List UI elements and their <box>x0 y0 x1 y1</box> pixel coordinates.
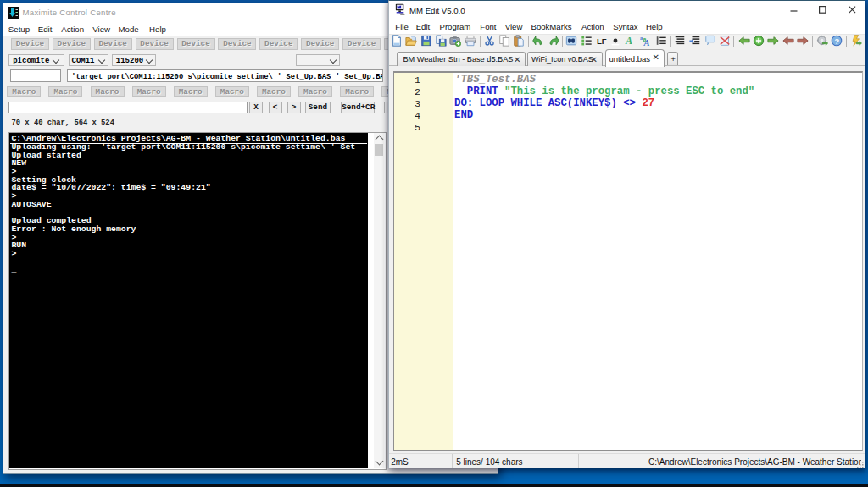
svg-text:A: A <box>643 38 649 47</box>
svg-text:?: ? <box>835 37 840 46</box>
svg-text:A: A <box>625 35 632 47</box>
svg-text:LF: LF <box>597 36 607 46</box>
